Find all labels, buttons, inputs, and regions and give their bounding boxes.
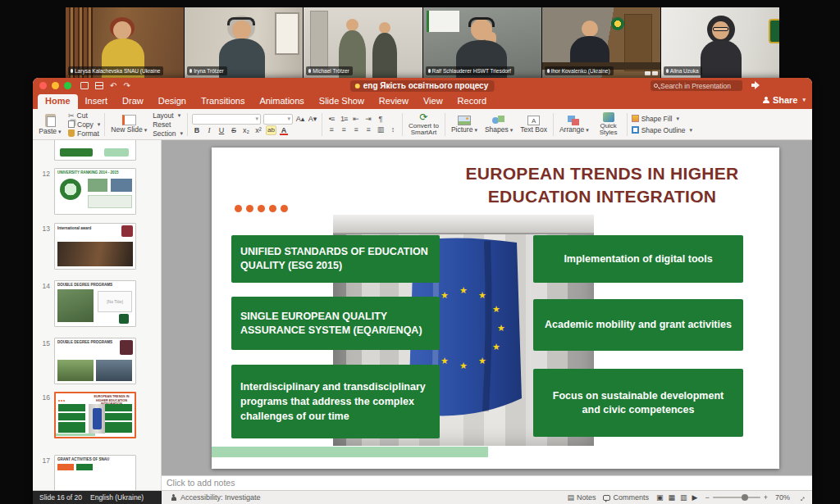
columns-button[interactable] [376,125,386,134]
strikethrough-button[interactable]: S [229,125,239,135]
quick-styles-button[interactable]: Quick Styles [595,112,623,137]
video-tile-michael[interactable]: Michael Trötzer [304,7,422,78]
tab-view[interactable]: View [416,94,450,109]
redo-icon[interactable]: ↷ [123,80,130,91]
thumbnail-slide-12[interactable]: 12 UNIVERSITY RANKING 2014 - 2015 [33,168,162,215]
comments-toggle-button[interactable]: Comments [603,493,649,502]
notes-toggle-button[interactable]: Notes [567,493,596,502]
language-label[interactable]: English (Ukraine) [90,493,144,502]
thumbnail-slide-11-partial[interactable] [33,140,162,161]
search-box[interactable] [651,80,742,91]
format-painter-button[interactable]: Format [68,129,100,138]
numbering-button[interactable] [339,114,349,124]
slideshow-view-icon[interactable]: ▶ [692,493,698,502]
current-slide[interactable]: EUROPEAN TRENDS IN HIGHER EDUCATION INTE… [212,148,779,469]
tab-transitions[interactable]: Transitions [194,94,252,109]
green-box-digital-tools[interactable]: Implementation of digital tools [533,235,743,283]
green-box-unified-standards[interactable]: UNIFIED STANDARDS OF EDUCATION QUALITY (… [231,235,440,283]
thumbnail[interactable]: EUROPEAN TRENDS IN HIGHER EDUCATION INTE… [54,392,136,438]
superscript-button[interactable]: x² [253,125,263,135]
grid-icon[interactable] [80,82,89,89]
indent-button[interactable] [363,114,373,124]
justify-button[interactable] [363,125,373,134]
font-color-button[interactable]: A [279,125,289,135]
save-icon[interactable] [95,82,103,89]
reset-button[interactable]: Reset [153,120,183,129]
video-tile-ihor-active-speaker[interactable]: Ihor Kovalenko (Ukraine) [542,7,660,78]
search-input[interactable] [660,82,739,90]
font-size-select[interactable] [263,114,293,125]
green-box-academic-mobility[interactable]: Academic mobility and grant activities [533,299,743,351]
layout-button[interactable]: Layout [153,111,183,120]
maximize-button[interactable] [64,82,71,89]
increase-font-icon[interactable]: A▴ [295,114,305,124]
outdent-button[interactable] [351,114,361,124]
paragraph-marks-button[interactable] [376,114,386,124]
paste-button[interactable]: Paste [36,114,64,135]
notes-pane[interactable]: Click to add notes [162,475,812,490]
green-box-sustainable-development[interactable]: Focus on sustainable development and civ… [533,369,743,437]
shapes-button[interactable]: Shapes [483,116,514,134]
font-name-select[interactable] [192,114,261,125]
tab-home[interactable]: Home [38,94,78,109]
decrease-font-icon[interactable]: A▾ [308,114,317,124]
line-spacing-button[interactable] [388,125,398,134]
copy-button[interactable]: Copy [68,120,100,129]
thumbnail-slide-16-selected[interactable]: 16 EUROPEAN TRENDS IN HIGHER EDUCATION I… [33,392,162,438]
zoom-out-button[interactable]: − [705,493,709,502]
cut-button[interactable]: Cut [68,111,100,120]
video-tile-alina[interactable]: Alina Uzuka [661,7,779,78]
undo-icon[interactable]: ↶ [110,80,116,91]
arrange-button[interactable]: Arrange [558,116,591,134]
text-box-button[interactable]: A Text Box [518,116,549,134]
share-button[interactable]: Share [763,95,806,105]
tab-insert[interactable]: Insert [78,94,116,109]
tab-slide-show[interactable]: Slide Show [312,94,372,109]
bold-button[interactable]: B [192,125,202,135]
slide-sorter-view-icon[interactable]: ▦ [669,493,676,502]
zoom-slider[interactable] [713,497,760,498]
tab-draw[interactable]: Draw [115,94,151,109]
green-box-single-european-quality[interactable]: SINGLE EUROPEAN QUALITY ASSURANCE SYSTEM… [231,297,440,350]
zoom-slider-knob[interactable] [742,494,748,501]
tile-av-controls[interactable] [645,71,658,75]
tell-me-icon[interactable] [751,81,760,89]
highlight-button[interactable]: ab [266,125,276,135]
italic-button[interactable]: I [204,125,214,135]
normal-view-icon[interactable]: ▣ [656,493,664,502]
thumbnail[interactable]: UNIVERSITY RANKING 2014 - 2015 [54,168,136,215]
tab-record[interactable]: Record [450,94,494,109]
zoom-in-button[interactable]: + [764,493,768,502]
thumbnail[interactable]: DOUBLE DEGREE PROGRAMS [54,338,136,384]
thumbnail-slide-17-partial[interactable]: 17 GRANT ACTIVITIES OF SNAU [33,455,162,490]
minimize-button[interactable] [52,82,59,89]
thumbnail[interactable]: International award [54,223,136,270]
thumbnail[interactable]: DOUBLE DEGREE PROGRAMS [No Title] [54,280,136,327]
tab-design[interactable]: Design [151,94,194,109]
reading-view-icon[interactable]: ▥ [680,493,687,502]
align-right-button[interactable] [351,125,361,134]
thumbnail-slide-15[interactable]: 15 DOUBLE DEGREE PROGRAMS [33,338,162,384]
shape-fill-button[interactable]: Shape Fill [632,115,692,123]
thumbnail-slide-13[interactable]: 13 International award [33,223,162,270]
convert-to-smartart-button[interactable]: ⟳ Convert to SmartArt [407,112,441,137]
green-box-interdisciplinary[interactable]: Interdisciplinary and transdisciplinary … [231,365,440,438]
bullets-button[interactable] [326,114,336,124]
thumbnail[interactable] [54,140,136,161]
slide-title[interactable]: EUROPEAN TRENDS IN HIGHER EDUCATION INTE… [458,162,746,208]
thumbnail[interactable]: GRANT ACTIVITIES OF SNAU [54,455,136,490]
thumbnail-slide-14[interactable]: 14 DOUBLE DEGREE PROGRAMS [No Title] [33,280,162,327]
shape-outline-button[interactable]: Shape Outline [632,126,692,134]
close-button[interactable] [39,82,47,89]
subscript-button[interactable]: x₂ [241,125,251,135]
new-slide-button[interactable]: New Slide [109,115,148,134]
video-tile-larysa[interactable]: Larysa Kalachevska SNAU (Ukraine [66,7,184,78]
fit-slide-icon[interactable]: ↔ [796,492,808,504]
section-button[interactable]: Section [153,129,183,138]
underline-button[interactable]: U [217,125,226,135]
picture-button[interactable]: Picture [450,116,479,134]
zoom-percentage[interactable]: 70% [775,493,790,502]
tab-review[interactable]: Review [372,94,416,109]
align-left-button[interactable] [326,125,336,134]
tab-animations[interactable]: Animations [252,94,311,109]
